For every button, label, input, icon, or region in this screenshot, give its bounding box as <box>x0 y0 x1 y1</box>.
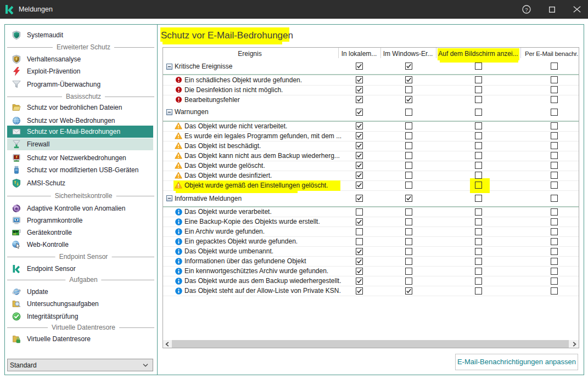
svg-text:?: ? <box>525 7 528 13</box>
